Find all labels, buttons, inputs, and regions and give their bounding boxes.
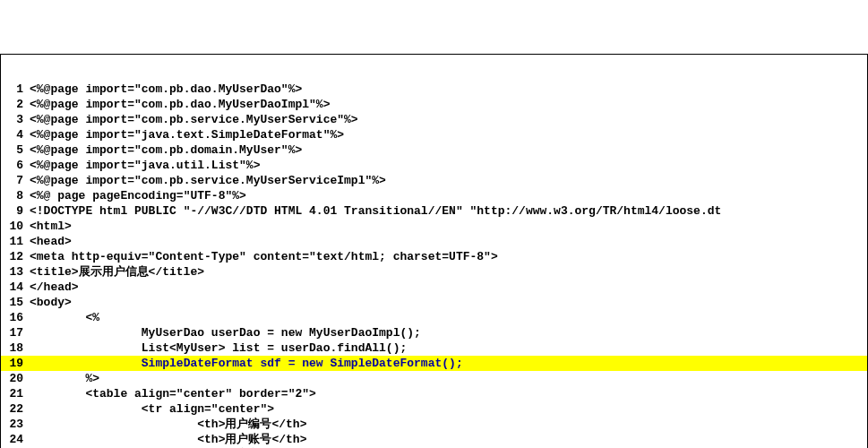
line-number: 14: [1, 280, 28, 295]
line-text[interactable]: <title>展示用户信息</title>: [28, 264, 867, 280]
line-number: 3: [1, 112, 28, 127]
line-text[interactable]: <%@page import="com.pb.dao.MyUserDao"%>: [28, 82, 867, 97]
line-number: 6: [1, 158, 28, 173]
code-line[interactable]: 15<body>: [1, 295, 867, 310]
code-line[interactable]: 24 <th>用户账号</th>: [1, 432, 867, 447]
line-text[interactable]: <body>: [28, 295, 867, 310]
line-number: 5: [1, 142, 28, 158]
line-number: 12: [1, 249, 28, 264]
line-number: 24: [1, 432, 28, 447]
line-number: 23: [1, 417, 28, 432]
code-line[interactable]: 20 %>: [1, 371, 867, 386]
line-number: 13: [1, 264, 28, 280]
line-number: 1: [1, 82, 28, 97]
line-number: 8: [1, 188, 28, 203]
line-number: 20: [1, 371, 28, 386]
code-line[interactable]: 12<meta http-equiv="Content-Type" conten…: [1, 249, 867, 264]
line-number: 22: [1, 401, 28, 417]
code-line[interactable]: 11<head>: [1, 234, 867, 249]
code-line[interactable]: 16 <%: [1, 310, 867, 325]
line-text[interactable]: <%@page import="com.pb.dao.MyUserDaoImpl…: [28, 97, 867, 112]
code-line[interactable]: 9<!DOCTYPE html PUBLIC "-//W3C//DTD HTML…: [1, 203, 867, 219]
line-text[interactable]: <%@page import="com.pb.service.MyUserSer…: [28, 112, 867, 127]
code-line[interactable]: 22 <tr align="center">: [1, 401, 867, 417]
code-line[interactable]: 23 <th>用户编号</th>: [1, 417, 867, 432]
code-line[interactable]: 18 List<MyUser> list = userDao.findAll()…: [1, 340, 867, 356]
code-line[interactable]: 8<%@ page pageEncoding="UTF-8"%>: [1, 188, 867, 203]
line-number: 11: [1, 234, 28, 249]
code-area[interactable]: 1<%@page import="com.pb.dao.MyUserDao"%>…: [1, 82, 867, 448]
code-line[interactable]: 21 <table align="center" border="2">: [1, 386, 867, 401]
line-text[interactable]: <%@ page pageEncoding="UTF-8"%>: [28, 188, 867, 203]
line-text[interactable]: <th>用户账号</th>: [28, 432, 867, 447]
line-text[interactable]: <tr align="center">: [28, 401, 867, 417]
code-line[interactable]: 13<title>展示用户信息</title>: [1, 264, 867, 280]
line-number: 15: [1, 295, 28, 310]
line-text[interactable]: <%: [28, 310, 867, 325]
line-text[interactable]: <meta http-equiv="Content-Type" content=…: [28, 249, 867, 264]
code-line[interactable]: 14</head>: [1, 280, 867, 295]
line-number: 10: [1, 219, 28, 234]
code-line[interactable]: 1<%@page import="com.pb.dao.MyUserDao"%>: [1, 82, 867, 97]
line-number: 17: [1, 325, 28, 340]
line-text[interactable]: <head>: [28, 234, 867, 249]
line-text[interactable]: </head>: [28, 280, 867, 295]
code-line[interactable]: 6<%@page import="java.util.List"%>: [1, 158, 867, 173]
line-number: 21: [1, 386, 28, 401]
line-text[interactable]: <%@page import="com.pb.service.MyUserSer…: [28, 173, 867, 188]
line-number: 19: [1, 356, 28, 371]
code-line[interactable]: 19 SimpleDateFormat sdf = new SimpleDate…: [1, 356, 867, 371]
code-line[interactable]: 7<%@page import="com.pb.service.MyUserSe…: [1, 173, 867, 188]
line-number: 16: [1, 310, 28, 325]
code-line[interactable]: 4<%@page import="java.text.SimpleDateFor…: [1, 127, 867, 142]
line-text[interactable]: <%@page import="java.text.SimpleDateForm…: [28, 127, 867, 142]
code-line[interactable]: 3<%@page import="com.pb.service.MyUserSe…: [1, 112, 867, 127]
code-line[interactable]: 17 MyUserDao userDao = new MyUserDaoImpl…: [1, 325, 867, 340]
line-number: 4: [1, 127, 28, 142]
code-editor[interactable]: 1<%@page import="com.pb.dao.MyUserDao"%>…: [0, 54, 868, 448]
line-text[interactable]: MyUserDao userDao = new MyUserDaoImpl();: [28, 325, 867, 340]
line-text[interactable]: SimpleDateFormat sdf = new SimpleDateFor…: [28, 356, 867, 371]
line-text[interactable]: <th>用户编号</th>: [28, 417, 867, 432]
code-line[interactable]: 5<%@page import="com.pb.domain.MyUser"%>: [1, 142, 867, 158]
line-text[interactable]: <table align="center" border="2">: [28, 386, 867, 401]
line-text[interactable]: <%@page import="com.pb.domain.MyUser"%>: [28, 142, 867, 158]
line-number: 7: [1, 173, 28, 188]
line-text[interactable]: <html>: [28, 219, 867, 234]
line-text[interactable]: <!DOCTYPE html PUBLIC "-//W3C//DTD HTML …: [28, 203, 867, 219]
code-line[interactable]: 10<html>: [1, 219, 867, 234]
line-number: 18: [1, 340, 28, 356]
code-line[interactable]: 2<%@page import="com.pb.dao.MyUserDaoImp…: [1, 97, 867, 112]
line-number: 2: [1, 97, 28, 112]
line-text[interactable]: <%@page import="java.util.List"%>: [28, 158, 867, 173]
line-number: 9: [1, 203, 28, 219]
line-text[interactable]: %>: [28, 371, 867, 386]
line-text[interactable]: List<MyUser> list = userDao.findAll();: [28, 340, 867, 356]
